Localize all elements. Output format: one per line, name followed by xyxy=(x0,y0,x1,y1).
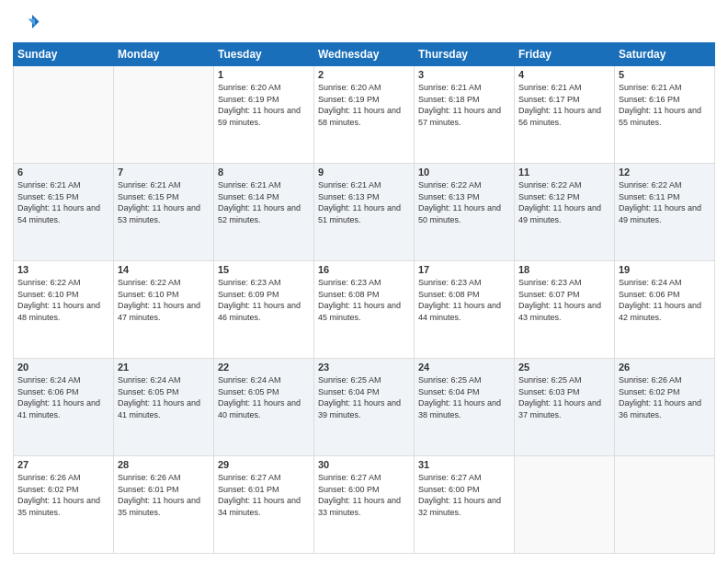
calendar-week-row: 6Sunrise: 6:21 AMSunset: 6:15 PMDaylight… xyxy=(14,164,715,261)
day-info: Sunrise: 6:22 AMSunset: 6:12 PMDaylight:… xyxy=(518,179,610,225)
page: SundayMondayTuesdayWednesdayThursdayFrid… xyxy=(0,0,728,563)
day-number: 19 xyxy=(619,264,711,275)
calendar-table: SundayMondayTuesdayWednesdayThursdayFrid… xyxy=(13,42,715,554)
calendar-week-row: 27Sunrise: 6:26 AMSunset: 6:02 PMDayligh… xyxy=(14,456,715,554)
day-info: Sunrise: 6:21 AMSunset: 6:15 PMDaylight:… xyxy=(17,179,109,225)
calendar-cell: 7Sunrise: 6:21 AMSunset: 6:15 PMDaylight… xyxy=(114,164,214,261)
logo xyxy=(13,9,44,37)
calendar-cell xyxy=(515,456,615,554)
day-number: 22 xyxy=(218,362,310,373)
calendar-cell: 2Sunrise: 6:20 AMSunset: 6:19 PMDaylight… xyxy=(314,66,415,164)
calendar-week-row: 13Sunrise: 6:22 AMSunset: 6:10 PMDayligh… xyxy=(14,261,715,359)
svg-marker-1 xyxy=(28,19,36,27)
day-number: 21 xyxy=(118,362,210,373)
day-number: 5 xyxy=(619,69,711,80)
day-number: 15 xyxy=(218,264,310,275)
day-number: 23 xyxy=(318,362,410,373)
calendar-cell: 5Sunrise: 6:21 AMSunset: 6:16 PMDaylight… xyxy=(615,66,715,164)
day-info: Sunrise: 6:26 AMSunset: 6:02 PMDaylight:… xyxy=(17,472,109,518)
day-info: Sunrise: 6:21 AMSunset: 6:16 PMDaylight:… xyxy=(619,82,711,128)
day-info: Sunrise: 6:27 AMSunset: 6:00 PMDaylight:… xyxy=(418,472,510,518)
day-number: 9 xyxy=(318,167,410,178)
calendar-cell: 20Sunrise: 6:24 AMSunset: 6:06 PMDayligh… xyxy=(14,359,114,456)
day-number: 10 xyxy=(418,167,510,178)
calendar-week-row: 20Sunrise: 6:24 AMSunset: 6:06 PMDayligh… xyxy=(14,359,715,456)
day-number: 3 xyxy=(418,69,510,80)
calendar-cell: 4Sunrise: 6:21 AMSunset: 6:17 PMDaylight… xyxy=(515,66,615,164)
calendar-cell: 28Sunrise: 6:26 AMSunset: 6:01 PMDayligh… xyxy=(114,456,214,554)
weekday-header-wednesday: Wednesday xyxy=(314,43,415,66)
day-number: 30 xyxy=(318,459,410,470)
day-info: Sunrise: 6:24 AMSunset: 6:06 PMDaylight:… xyxy=(17,374,109,420)
calendar-cell: 26Sunrise: 6:26 AMSunset: 6:02 PMDayligh… xyxy=(615,359,715,456)
day-number: 27 xyxy=(17,459,109,470)
weekday-header-friday: Friday xyxy=(515,43,615,66)
calendar-cell: 12Sunrise: 6:22 AMSunset: 6:11 PMDayligh… xyxy=(615,164,715,261)
day-number: 28 xyxy=(118,459,210,470)
day-info: Sunrise: 6:23 AMSunset: 6:08 PMDaylight:… xyxy=(318,277,410,323)
calendar-cell: 17Sunrise: 6:23 AMSunset: 6:08 PMDayligh… xyxy=(415,261,515,359)
calendar-cell: 10Sunrise: 6:22 AMSunset: 6:13 PMDayligh… xyxy=(415,164,515,261)
calendar-cell: 1Sunrise: 6:20 AMSunset: 6:19 PMDaylight… xyxy=(214,66,314,164)
day-number: 4 xyxy=(518,69,610,80)
day-info: Sunrise: 6:27 AMSunset: 6:00 PMDaylight:… xyxy=(318,472,410,518)
calendar-cell: 15Sunrise: 6:23 AMSunset: 6:09 PMDayligh… xyxy=(214,261,314,359)
calendar-cell: 21Sunrise: 6:24 AMSunset: 6:05 PMDayligh… xyxy=(114,359,214,456)
day-number: 20 xyxy=(17,362,109,373)
calendar-cell: 29Sunrise: 6:27 AMSunset: 6:01 PMDayligh… xyxy=(214,456,314,554)
calendar-cell: 9Sunrise: 6:21 AMSunset: 6:13 PMDaylight… xyxy=(314,164,415,261)
day-info: Sunrise: 6:22 AMSunset: 6:10 PMDaylight:… xyxy=(17,277,109,323)
day-info: Sunrise: 6:25 AMSunset: 6:04 PMDaylight:… xyxy=(318,374,410,420)
calendar-cell: 25Sunrise: 6:25 AMSunset: 6:03 PMDayligh… xyxy=(515,359,615,456)
day-info: Sunrise: 6:21 AMSunset: 6:18 PMDaylight:… xyxy=(418,82,510,128)
day-number: 18 xyxy=(518,264,610,275)
calendar-cell: 16Sunrise: 6:23 AMSunset: 6:08 PMDayligh… xyxy=(314,261,415,359)
calendar-cell: 24Sunrise: 6:25 AMSunset: 6:04 PMDayligh… xyxy=(415,359,515,456)
header xyxy=(13,9,715,37)
calendar-cell: 8Sunrise: 6:21 AMSunset: 6:14 PMDaylight… xyxy=(214,164,314,261)
day-info: Sunrise: 6:20 AMSunset: 6:19 PMDaylight:… xyxy=(318,82,410,128)
day-number: 26 xyxy=(619,362,711,373)
calendar-cell: 13Sunrise: 6:22 AMSunset: 6:10 PMDayligh… xyxy=(14,261,114,359)
logo-icon xyxy=(13,9,40,37)
day-info: Sunrise: 6:22 AMSunset: 6:13 PMDaylight:… xyxy=(418,179,510,225)
day-number: 24 xyxy=(418,362,510,373)
day-number: 14 xyxy=(118,264,210,275)
day-info: Sunrise: 6:24 AMSunset: 6:06 PMDaylight:… xyxy=(619,277,711,323)
day-number: 31 xyxy=(418,459,510,470)
day-number: 17 xyxy=(418,264,510,275)
day-info: Sunrise: 6:25 AMSunset: 6:04 PMDaylight:… xyxy=(418,374,510,420)
day-info: Sunrise: 6:21 AMSunset: 6:17 PMDaylight:… xyxy=(518,82,610,128)
weekday-header-sunday: Sunday xyxy=(14,43,114,66)
day-info: Sunrise: 6:22 AMSunset: 6:10 PMDaylight:… xyxy=(118,277,210,323)
calendar-cell: 31Sunrise: 6:27 AMSunset: 6:00 PMDayligh… xyxy=(415,456,515,554)
calendar-cell xyxy=(14,66,114,164)
day-number: 1 xyxy=(218,69,310,80)
day-number: 25 xyxy=(518,362,610,373)
day-info: Sunrise: 6:25 AMSunset: 6:03 PMDaylight:… xyxy=(518,374,610,420)
day-number: 8 xyxy=(218,167,310,178)
calendar-header-row: SundayMondayTuesdayWednesdayThursdayFrid… xyxy=(14,43,715,66)
day-info: Sunrise: 6:20 AMSunset: 6:19 PMDaylight:… xyxy=(218,82,310,128)
day-info: Sunrise: 6:23 AMSunset: 6:08 PMDaylight:… xyxy=(418,277,510,323)
day-info: Sunrise: 6:21 AMSunset: 6:15 PMDaylight:… xyxy=(118,179,210,225)
calendar-cell: 23Sunrise: 6:25 AMSunset: 6:04 PMDayligh… xyxy=(314,359,415,456)
day-number: 2 xyxy=(318,69,410,80)
day-number: 6 xyxy=(17,167,109,178)
day-info: Sunrise: 6:23 AMSunset: 6:07 PMDaylight:… xyxy=(518,277,610,323)
day-number: 11 xyxy=(518,167,610,178)
calendar-cell: 11Sunrise: 6:22 AMSunset: 6:12 PMDayligh… xyxy=(515,164,615,261)
calendar-cell: 3Sunrise: 6:21 AMSunset: 6:18 PMDaylight… xyxy=(415,66,515,164)
day-info: Sunrise: 6:21 AMSunset: 6:13 PMDaylight:… xyxy=(318,179,410,225)
day-info: Sunrise: 6:26 AMSunset: 6:01 PMDaylight:… xyxy=(118,472,210,518)
day-number: 12 xyxy=(619,167,711,178)
day-info: Sunrise: 6:24 AMSunset: 6:05 PMDaylight:… xyxy=(118,374,210,420)
calendar-cell xyxy=(615,456,715,554)
calendar-cell: 14Sunrise: 6:22 AMSunset: 6:10 PMDayligh… xyxy=(114,261,214,359)
day-info: Sunrise: 6:22 AMSunset: 6:11 PMDaylight:… xyxy=(619,179,711,225)
calendar-cell: 30Sunrise: 6:27 AMSunset: 6:00 PMDayligh… xyxy=(314,456,415,554)
calendar-cell xyxy=(114,66,214,164)
day-info: Sunrise: 6:24 AMSunset: 6:05 PMDaylight:… xyxy=(218,374,310,420)
calendar-cell: 19Sunrise: 6:24 AMSunset: 6:06 PMDayligh… xyxy=(615,261,715,359)
calendar-week-row: 1Sunrise: 6:20 AMSunset: 6:19 PMDaylight… xyxy=(14,66,715,164)
